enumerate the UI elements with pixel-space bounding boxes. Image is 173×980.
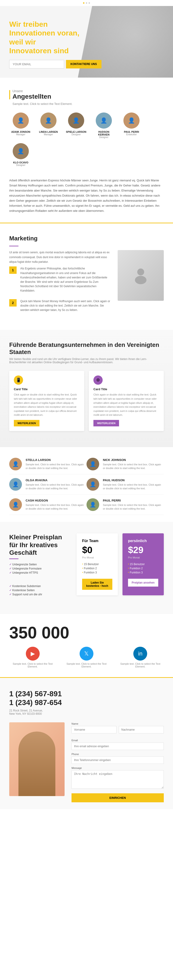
pricing-left: Kleiner Preisplan für Ihr kreatives Gesc… bbox=[9, 533, 67, 603]
number-1: 1 bbox=[9, 266, 17, 274]
nav-dot-3 bbox=[88, 2, 90, 4]
pricing-card-free: Für Team $0 Pro Monat 15 Benutzer Funkti… bbox=[77, 533, 118, 595]
staff-item: 👤 OLGA IRAKINA Sample text. Click to sel… bbox=[9, 474, 86, 495]
plan-name-paid: persönlich bbox=[128, 539, 158, 543]
plan-name-free: Für Team bbox=[82, 539, 112, 543]
hero-content: Wir treiben Innovationen voran, weil wir… bbox=[9, 20, 101, 68]
staff-info: NICK JOHNSON Sample text. Click to selec… bbox=[103, 458, 164, 470]
name-field-group: Name bbox=[72, 722, 164, 736]
consulting-subtitle: Wir bieten flexible und rund um die Uhr … bbox=[9, 358, 164, 364]
card-text-1: Click again or double click to start edi… bbox=[14, 393, 80, 417]
staff-item: 👤 PAUL HUDSON Sample text. Click to sele… bbox=[86, 474, 164, 495]
social-youtube: ▶ Sample text. Click to select the Text … bbox=[9, 647, 56, 668]
email-field-group: Email bbox=[72, 739, 164, 750]
pricing-btn-paid[interactable]: Preiplan ansehen bbox=[128, 579, 158, 587]
pricing-layout: Kleiner Preisplan für Ihr kreatives Gesc… bbox=[9, 533, 164, 603]
phone-2: 1 (234) 987-654 bbox=[9, 698, 164, 707]
firstname-group bbox=[72, 726, 117, 733]
person-silhouette bbox=[18, 732, 55, 796]
staff-list: 👤 STELLA LARSON Sample text. Click to se… bbox=[9, 454, 164, 515]
consulting-cards: 📱 Card Title Click again or double click… bbox=[9, 371, 164, 431]
marketing-section: Marketing Ut ante sit lorem serem, quis … bbox=[0, 223, 173, 330]
consulting-card-2: ⚙ Card Title Click again or double click… bbox=[89, 371, 164, 431]
firstname-input[interactable] bbox=[72, 726, 117, 733]
hero-title: Wir treiben Innovationen voran, weil wir… bbox=[9, 20, 101, 55]
avatar: 👤 bbox=[68, 113, 84, 129]
message-input[interactable] bbox=[72, 770, 164, 789]
twitter-icon[interactable]: 𝕏 bbox=[80, 647, 93, 660]
contact-address: 21 Rock Street, 21 Avenue, New York, NY … bbox=[9, 709, 164, 716]
marketing-item-1: 1 Als Ergebnis unserer Philosophie, das … bbox=[9, 266, 111, 295]
staff-info: PAUL PERRI Sample text. Click to select … bbox=[103, 499, 164, 511]
card-icon-2: ⚙ bbox=[93, 375, 103, 385]
purple-accent bbox=[9, 246, 18, 247]
plan-price-free: $0 bbox=[82, 545, 112, 555]
card-title-2: Card Title bbox=[93, 387, 159, 391]
consulting-section: Führende Beratungsunternehmen in den Ver… bbox=[0, 330, 173, 447]
avatar: 👤 bbox=[96, 113, 112, 129]
card-icon-1: 📱 bbox=[14, 375, 23, 385]
contact-form: Name Email Phone Message bbox=[72, 722, 164, 802]
marketing-title: Marketing bbox=[9, 235, 164, 242]
navigation-dots bbox=[0, 0, 173, 6]
big-number: 350 000 bbox=[9, 623, 164, 642]
hero-email-input[interactable] bbox=[9, 60, 64, 68]
submit-button[interactable]: EINRICHEN bbox=[72, 793, 164, 802]
staff-info: STELLA LARSON Sample text. Click to sele… bbox=[26, 458, 86, 470]
linkedin-icon[interactable]: in bbox=[133, 647, 147, 660]
pricing-section: Kleiner Preisplan für Ihr kreatives Gesc… bbox=[0, 522, 173, 614]
contact-image bbox=[9, 722, 64, 802]
hero-section: Wir treiben Innovationen voran, weil wir… bbox=[0, 6, 173, 78]
consulting-title: Führende Beratungsunternehmen in den Ver… bbox=[9, 341, 164, 356]
phone-label: Phone bbox=[72, 753, 164, 756]
avatar: 👤 bbox=[9, 478, 22, 491]
lastname-group bbox=[119, 726, 164, 733]
pricing-card-paid: persönlich $29 Pro Monat 15 Benutzer Fun… bbox=[122, 533, 164, 595]
marketing-content: Ut ante sit lorem serem, quis mortat exa… bbox=[9, 250, 164, 318]
nav-dot-1 bbox=[83, 2, 85, 4]
social-linkedin: in Sample text. Click to select the Text… bbox=[117, 647, 164, 668]
hero-cta-button[interactable]: KONTAKTIERE UNS bbox=[66, 60, 101, 68]
marketing-image bbox=[118, 250, 164, 318]
phone-input[interactable] bbox=[72, 756, 164, 764]
svg-point-1 bbox=[135, 276, 146, 284]
weiterlesen-btn-2[interactable]: WEITERLESEN bbox=[93, 420, 119, 426]
avatar: 👤 bbox=[9, 458, 22, 471]
card-title-1: Card Title bbox=[14, 387, 80, 391]
lastname-input[interactable] bbox=[119, 726, 164, 733]
team-member: 👤 ADAM JONSON Manager bbox=[9, 113, 32, 138]
email-label: Email bbox=[72, 739, 164, 742]
hero-form: KONTAKTIERE UNS bbox=[9, 60, 101, 68]
staff-info: CASH HUDSON Sample text. Click to select… bbox=[26, 499, 86, 511]
name-row bbox=[72, 726, 164, 736]
youtube-icon[interactable]: ▶ bbox=[26, 647, 40, 660]
team-section: Unsere Angestellten Sample text. Click t… bbox=[0, 78, 173, 178]
team-member: 👤 PAUL PERRI Entwickler bbox=[120, 113, 143, 138]
marketing-text: Ut ante sit lorem serem, quis mortat exa… bbox=[9, 250, 111, 318]
pricing-cards: Für Team $0 Pro Monat 15 Benutzer Funkti… bbox=[77, 533, 164, 595]
section-subtitle: Sample text. Click to select the Text El… bbox=[13, 102, 164, 105]
pricing-checks-right: Kostenlose Subdomian Kostenlose Seiten S… bbox=[9, 584, 42, 597]
phone-1: 1 (234) 567-891 bbox=[9, 689, 164, 698]
staff-info: OLGA IRAKINA Sample text. Click to selec… bbox=[26, 479, 86, 490]
plan-period-free: Pro Monat bbox=[82, 556, 112, 559]
pricing-divider bbox=[9, 558, 18, 559]
avatar: 👤 bbox=[40, 113, 56, 129]
pricing-checks-left: Unbegrenzte Seiten Unbegrenzte Formulare… bbox=[9, 563, 42, 575]
number-2: 2 bbox=[9, 299, 17, 307]
weiterlesen-btn-1[interactable]: WEITERLESEN bbox=[14, 420, 40, 426]
team-member: 👤 HUDSON KEIRAEN Designer bbox=[92, 113, 115, 138]
message-field-group: Message bbox=[72, 767, 164, 790]
pricing-btn-free[interactable]: Laden Sie kostenlos - hoch bbox=[82, 579, 112, 590]
stats-section: 350 000 ▶ Sample text. Click to select t… bbox=[0, 614, 173, 677]
email-input[interactable] bbox=[72, 743, 164, 750]
phone-field-group: Phone bbox=[72, 753, 164, 764]
avatar: 👤 bbox=[9, 498, 22, 511]
social-icons: ▶ Sample text. Click to select the Text … bbox=[9, 647, 164, 668]
card-text-2: Click again or double click to start edi… bbox=[93, 393, 159, 417]
avatar: 👤 bbox=[13, 113, 29, 129]
avatar: 👤 bbox=[86, 478, 99, 491]
staff-item: 👤 PAUL PERRI Sample text. Click to selec… bbox=[86, 495, 164, 515]
svg-point-0 bbox=[137, 269, 144, 275]
accent-bar bbox=[9, 90, 10, 99]
